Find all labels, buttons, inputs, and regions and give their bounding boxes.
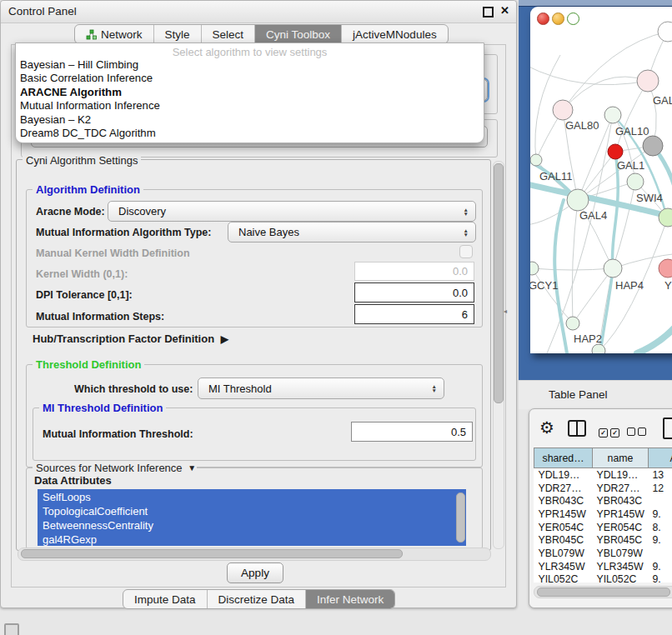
splitter-grip[interactable]: ◂ <box>504 308 507 315</box>
control-panel-titlebar: Control Panel ✕ <box>1 1 516 23</box>
which-threshold-combo[interactable]: MI Threshold ▲▼ <box>198 378 444 399</box>
tab-jactivemnodules[interactable]: jActiveMNodules <box>341 25 448 43</box>
tab-discretize-data[interactable]: Discretize Data <box>207 590 306 608</box>
list-item[interactable]: gal4RGexp <box>43 532 466 546</box>
node-salmon[interactable] <box>659 259 672 278</box>
apply-button[interactable]: Apply <box>227 562 283 583</box>
node-gal80[interactable] <box>553 100 573 120</box>
node-gal11[interactable] <box>530 154 542 166</box>
network-canvas[interactable]: GAL GAL80 GAL10 GAL1 GAL11 SWI4 GAL4 GCY… <box>530 7 672 353</box>
tab-infer-network[interactable]: Infer Network <box>305 590 394 608</box>
node-hap2[interactable] <box>566 317 579 330</box>
node-label: GAL4 <box>579 209 607 222</box>
zoom-window-button[interactable] <box>567 12 579 25</box>
node-labels: GAL GAL80 GAL10 GAL1 GAL11 SWI4 GAL4 GCY… <box>530 94 672 345</box>
expanded-arrow-icon: ▼ <box>188 463 196 472</box>
node-bottom[interactable] <box>592 344 605 353</box>
table-horizontal-scrollbar[interactable] <box>534 586 672 598</box>
node-gray[interactable] <box>643 136 663 156</box>
sources-toggle[interactable]: Sources for Network Inference ▼ <box>33 462 197 474</box>
dpi-tolerance-label: DPI Tolerance [0,1]: <box>36 289 133 301</box>
dropdown-item-basic-correlation[interactable]: Basic Correlation Inference <box>16 72 484 85</box>
gear-icon[interactable]: ⚙ <box>539 419 554 436</box>
column-header-name[interactable]: name <box>593 448 649 468</box>
settings-vertical-scrollbar[interactable] <box>493 161 504 549</box>
tab-select[interactable]: Select <box>201 25 255 43</box>
control-panel-tabbar: Network Style Select Cyni Toolbox jActiv… <box>74 24 449 44</box>
hub-definition-toggle[interactable]: Hub/Transcription Factor Definition ▶ <box>33 332 225 345</box>
table-row[interactable]: YDR27…YDR27…12 <box>534 482 672 495</box>
tab-impute-data[interactable]: Impute Data <box>123 590 207 608</box>
table-row[interactable]: YLR345WYLR345W9. <box>534 560 672 573</box>
aracne-mode-label: Aracne Mode: <box>36 206 105 218</box>
node-swi4[interactable] <box>659 208 672 227</box>
dropdown-item-bayesian-hill[interactable]: Bayesian – Hill Climbing <box>16 58 484 72</box>
network-icon <box>86 29 97 40</box>
manual-kernel-checkbox[interactable] <box>459 245 473 258</box>
settings-horizontal-scrollbar[interactable] <box>18 548 491 561</box>
node-gal10[interactable] <box>604 107 621 123</box>
column-header-shared-name[interactable]: shared… <box>534 448 593 468</box>
select-all-checkboxes-icon[interactable]: ✓✓ <box>599 423 619 438</box>
data-attributes-list[interactable]: SelfLoops TopologicalCoefficient Between… <box>38 489 466 546</box>
node-gal-top[interactable] <box>637 70 659 92</box>
table-row[interactable]: YPR145WYPR145W9. <box>534 508 672 521</box>
threshold-definition-title: Threshold Definition <box>33 358 144 371</box>
node-label: GAL10 <box>615 125 649 138</box>
node-label: HAP2 <box>574 332 602 345</box>
node-gcy1[interactable] <box>530 262 539 275</box>
dropdown-item-dream8[interactable]: Dream8 DC_TDC Algorithm <box>16 127 484 140</box>
table-row[interactable]: YBR045CYBR045C9. <box>534 533 672 547</box>
collapsed-arrow-icon: ▶ <box>221 333 228 345</box>
dropdown-item-bayesian-k2[interactable]: Bayesian – K2 <box>16 113 484 127</box>
control-panel-window: Control Panel ✕ Network Style Select Cyn… <box>0 0 517 608</box>
combo-arrows-icon: ▲▼ <box>464 208 469 216</box>
column-header-clipped[interactable]: A <box>649 448 672 468</box>
mi-type-combo[interactable]: Naive Bayes ▲▼ <box>228 222 476 242</box>
node-gal1[interactable] <box>627 173 644 190</box>
list-scrollbar-thumb[interactable] <box>456 492 465 542</box>
tab-cyni-toolbox[interactable]: Cyni Toolbox <box>254 25 341 43</box>
mi-threshold-field[interactable]: 0.5 <box>351 422 473 442</box>
table-row[interactable]: YDL19…YDL19…13 <box>534 468 672 482</box>
deselect-all-checkboxes-icon[interactable] <box>627 424 646 439</box>
table-panel-title: Table Panel <box>549 388 608 401</box>
node-label: GAL1 <box>617 159 644 172</box>
node-hap4[interactable] <box>604 259 622 278</box>
settings-horizontal-scrollbar-thumb[interactable] <box>21 549 403 558</box>
mi-threshold-definition-title: MI Threshold Definition <box>39 402 166 414</box>
mi-threshold-label: Mutual Information Threshold: <box>43 428 193 440</box>
float-window-icon[interactable] <box>483 7 494 18</box>
new-table-icon[interactable] <box>663 418 672 439</box>
list-item[interactable]: SelfLoops <box>43 490 466 504</box>
node-table[interactable]: shared… name A YDL19…YDL19…13 YDR27…YDR2… <box>534 448 672 586</box>
node-partial[interactable] <box>658 22 672 42</box>
columns-icon[interactable] <box>568 420 586 437</box>
cyni-settings-title: Cyni Algorithm Settings <box>23 154 141 167</box>
settings-vertical-scrollbar-thumb[interactable] <box>494 163 504 403</box>
dropdown-item-aracne[interactable]: ARACNE Algorithm <box>16 86 484 99</box>
cyni-bottom-tabbar: Impute Data Discretize Data Infer Networ… <box>123 589 395 609</box>
table-row[interactable]: YER054CYER054C8. <box>534 521 672 534</box>
close-icon[interactable]: ✕ <box>500 4 509 17</box>
table-horizontal-scrollbar-thumb[interactable] <box>537 588 670 597</box>
kernel-width-label: Kernel Width (0,1): <box>36 268 128 280</box>
tab-style[interactable]: Style <box>153 25 201 43</box>
list-item[interactable]: TopologicalCoefficient <box>43 504 466 518</box>
minimized-panel-icon[interactable] <box>4 623 19 635</box>
table-header-row: shared… name A <box>534 448 672 468</box>
aracne-mode-combo[interactable]: Discovery ▲▼ <box>108 201 476 222</box>
dpi-tolerance-field[interactable]: 0.0 <box>354 282 474 302</box>
node-label: HAP4 <box>615 279 644 292</box>
minimize-window-button[interactable] <box>552 12 564 25</box>
list-item[interactable]: BetweennessCentrality <box>43 518 466 532</box>
table-row[interactable]: YBL079WYBL079W <box>534 547 672 560</box>
close-window-button[interactable] <box>537 12 549 25</box>
node-red[interactable] <box>608 144 623 159</box>
mi-steps-field[interactable]: 6 <box>354 304 474 324</box>
node-label: GAL11 <box>539 170 573 182</box>
node-gal4[interactable] <box>567 189 589 211</box>
table-row[interactable]: YBR043CYBR043C <box>534 494 672 508</box>
tab-network[interactable]: Network <box>75 25 153 43</box>
dropdown-item-mutual-information[interactable]: Mutual Information Inference <box>16 99 484 112</box>
